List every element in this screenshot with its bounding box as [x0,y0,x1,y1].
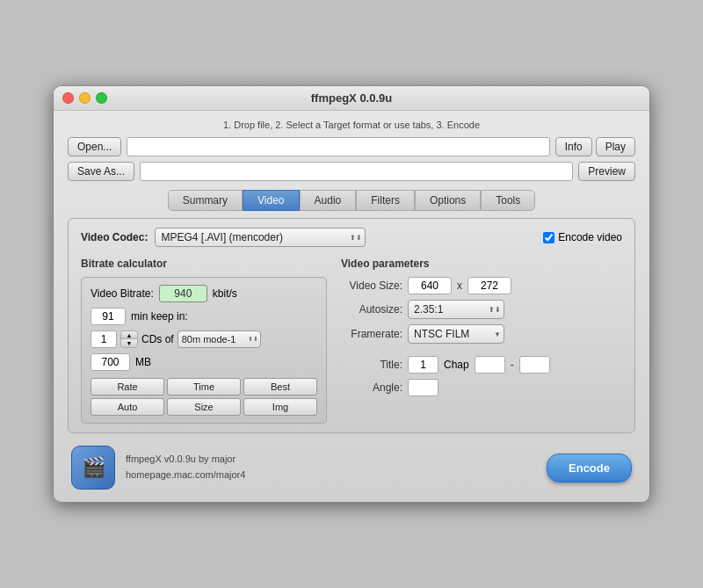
x-separator: x [457,279,462,292]
minimize-button[interactable] [79,92,91,104]
kbits-unit: kbit/s [213,287,237,300]
title-input[interactable] [408,356,438,374]
tab-filters[interactable]: Filters [356,190,415,211]
min-keepin-row: min keep in: [91,308,317,325]
codec-row: Video Codec: MPEG4 [.AVI] (mencoder) Enc… [81,228,622,247]
height-input[interactable] [467,277,511,294]
video-codec-select-wrapper: MPEG4 [.AVI] (mencoder) [155,228,366,247]
mb-row: MB [91,353,317,371]
open-button[interactable]: Open... [68,137,121,156]
autosize-select[interactable]: 2.35:1 16:9 4:3 [408,300,504,319]
bitrate-box: Video Bitrate: 940 kbit/s min keep in: [81,277,327,424]
video-parameters: Video parameters Video Size: x Autosize: [341,258,622,424]
preview-button[interactable]: Preview [578,162,635,181]
info-play-buttons: Info Play [555,137,635,156]
play-button[interactable]: Play [596,137,635,156]
save-path-input[interactable] [140,162,573,181]
title-label: Title: [341,359,402,371]
cd-mode-select[interactable]: 80m mode-1 74m mode-1 80m mode-2 [178,330,261,348]
tab-summary[interactable]: Summary [168,190,243,211]
footer: 🎬 ffmpegX v0.0.9u by major homepage.mac.… [68,446,635,490]
framerate-row: Framerate: NTSC FILM NTSC PAL [341,324,622,344]
video-codec-select[interactable]: MPEG4 [.AVI] (mencoder) [155,228,366,247]
subtitle-text: 1. Drop file, 2. Select a Target format … [68,120,635,130]
cds-label: CDs of [141,333,174,345]
app-icon: 🎬 [71,446,115,490]
close-button[interactable] [62,92,74,104]
tab-video[interactable]: Video [243,190,299,211]
autosize-select-wrapper: 2.35:1 16:9 4:3 [408,300,504,319]
video-bitrate-row: Video Bitrate: 940 kbit/s [91,285,317,302]
footer-text: ffmpegX v0.0.9u by major homepage.mac.co… [126,452,245,483]
open-row: Open... Info Play [68,137,635,156]
autosize-label: Autosize: [341,303,402,316]
chap-end-input[interactable] [519,356,550,374]
mb-label: MB [135,356,151,368]
cds-stepper[interactable]: ▲ ▼ [120,330,138,348]
right-params: Video Size: x Autosize: 2.35:1 16: [341,277,622,396]
best-button[interactable]: Best [243,378,317,396]
framerate-label: Framerate: [341,328,402,340]
chap-label: Chap [444,359,469,371]
window-title: ffmpegX 0.0.9u [311,91,392,105]
save-row: Save As... Preview [68,162,635,181]
stepper-down[interactable]: ▼ [121,339,137,347]
min-label: min keep in: [131,310,188,323]
main-window: ffmpegX 0.0.9u 1. Drop file, 2. Select a… [53,85,650,503]
chap-input[interactable] [475,356,505,374]
auto-button[interactable]: Auto [91,398,164,416]
app-icon-symbol: 🎬 [82,456,105,479]
angle-row: Angle: [341,379,622,396]
maximize-button[interactable] [96,92,107,104]
tabs-container: Summary Video Audio Filters Options Tool… [68,190,635,211]
title-row: Title: Chap - [341,356,622,374]
bitrate-title: Bitrate calculator [81,258,327,270]
video-bitrate-label: Video Bitrate: [91,287,154,300]
encode-video-label: Encode video [558,231,622,243]
traffic-lights [62,92,107,104]
video-size-label: Video Size: [341,279,402,292]
mb-input[interactable] [91,353,130,371]
img-button[interactable]: Img [243,398,317,416]
encode-button[interactable]: Encode [547,454,632,483]
homepage-text: homepage.mac.com/major4 [126,468,245,483]
main-panel: Video Codec: MPEG4 [.AVI] (mencoder) Enc… [68,218,635,433]
tab-options[interactable]: Options [415,190,481,211]
time-button[interactable]: Time [167,378,241,396]
content-area: 1. Drop file, 2. Select a Target format … [54,111,649,502]
video-codec-label: Video Codec: [81,231,148,243]
min-input[interactable] [91,308,126,325]
action-buttons: Rate Time Best Auto Size Img [91,378,317,416]
cds-row: ▲ ▼ CDs of 80m mode-1 74m mode-1 80m mod… [91,330,317,348]
rate-button[interactable]: Rate [91,378,164,396]
angle-label: Angle: [341,381,402,394]
open-path-input[interactable] [127,137,549,156]
stepper-up[interactable]: ▲ [121,331,137,339]
titlebar: ffmpegX 0.0.9u [54,86,649,111]
framerate-select-wrapper: NTSC FILM NTSC PAL [408,324,504,344]
app-name-text: ffmpegX v0.0.9u by major [126,452,245,468]
two-columns: Bitrate calculator Video Bitrate: 940 kb… [81,258,622,424]
chap-dash: - [511,359,514,371]
width-input[interactable] [408,277,452,294]
save-as-button[interactable]: Save As... [68,162,134,181]
cds-input[interactable] [91,330,117,348]
info-button[interactable]: Info [555,137,592,156]
cd-mode-wrapper: 80m mode-1 74m mode-1 80m mode-2 [178,330,261,348]
video-size-row: Video Size: x [341,277,622,294]
video-bitrate-input[interactable]: 940 [159,285,207,302]
tab-tools[interactable]: Tools [481,190,535,211]
angle-input[interactable] [408,379,438,396]
video-params-title: Video parameters [341,258,622,270]
size-button[interactable]: Size [167,398,241,416]
encode-video-checkbox[interactable] [543,232,554,243]
preview-button-wrapper: Preview [578,162,635,181]
autosize-row: Autosize: 2.35:1 16:9 4:3 [341,300,622,319]
framerate-select[interactable]: NTSC FILM NTSC PAL [408,324,504,344]
tab-audio[interactable]: Audio [300,190,357,211]
bitrate-calculator: Bitrate calculator Video Bitrate: 940 kb… [81,258,327,424]
encode-video-checkbox-row: Encode video [543,231,622,243]
